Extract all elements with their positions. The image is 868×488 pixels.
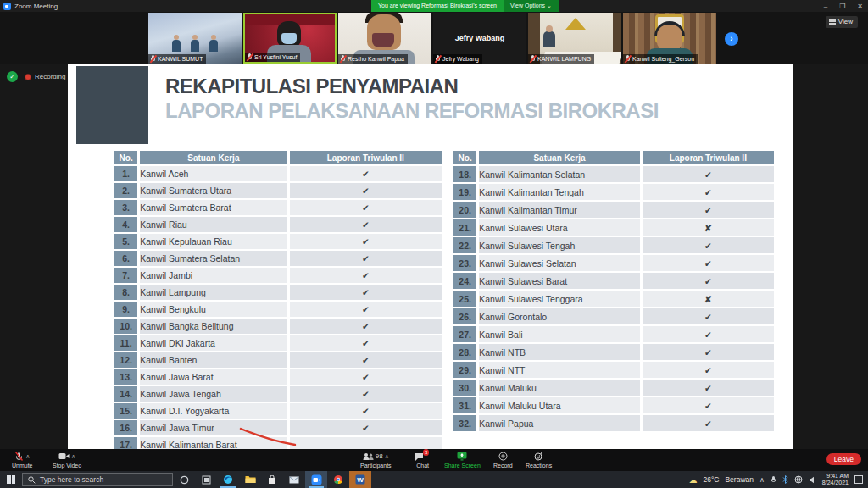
- check-icon: ✔: [290, 166, 442, 181]
- row-number: 11.: [114, 336, 137, 351]
- view-layout-button[interactable]: View: [826, 16, 858, 28]
- date: 8/24/2021: [822, 480, 849, 486]
- report-table-right: No. Satuan Kerja Laporan Triwulan II 18.…: [451, 149, 776, 433]
- screen-share-banner-text: You are viewing Reformasi Birokrasi's sc…: [371, 0, 504, 12]
- chat-button[interactable]: 3 Chat: [414, 451, 431, 469]
- participants-caret[interactable]: ∧: [385, 452, 389, 460]
- satuan-kerja-name: Kanwil Sulawesi Utara: [479, 219, 640, 236]
- start-button[interactable]: [0, 471, 22, 488]
- word-icon[interactable]: W: [349, 471, 371, 488]
- check-icon: ✔: [643, 255, 774, 271]
- task-view-icon[interactable]: [195, 471, 217, 488]
- muted-mic-icon: [340, 55, 346, 63]
- table-row: 2.Kanwil Sumatera Utara✔: [114, 183, 442, 198]
- check-icon: ✔: [643, 237, 774, 253]
- table-row: 8.Kanwil Lampung✔: [114, 285, 442, 300]
- cortana-icon[interactable]: [173, 471, 195, 488]
- slide-accent-block: [76, 66, 148, 144]
- row-number: 12.: [114, 352, 137, 368]
- minimize-button[interactable]: –: [824, 3, 827, 10]
- microsoft-store-icon[interactable]: [261, 471, 283, 488]
- edge-browser-icon[interactable]: [217, 471, 239, 488]
- satuan-kerja-name: Kanwil Sulawesi Barat: [479, 273, 640, 289]
- zoom-app-icon: [3, 3, 11, 10]
- satuan-kerja-name: Kanwil Gorontalo: [479, 308, 640, 324]
- satuan-kerja-name: Kanwil Sulawesi Tenggara: [479, 291, 640, 307]
- table-row: 32.Kanwil Papua✔: [453, 415, 774, 431]
- person-figure: [657, 25, 682, 50]
- participant-name: Sri Yusfini Yusuf: [254, 54, 297, 60]
- video-thumbnail-kanwil-lampung[interactable]: KANWIL LAMPUNG: [528, 13, 621, 64]
- table-row: 10.Kanwil Bangka Belitung✔: [114, 319, 442, 334]
- video-thumbnail-jefry-wabang[interactable]: Jefry Wabang Jefry Wabang: [433, 13, 526, 64]
- slide-title-line1: REKAPITULASI PENYAMPAIAN: [165, 75, 458, 98]
- video-thumbnail-kanwil-sulteng[interactable]: Kanwil Sulteng_Gerson: [623, 13, 716, 64]
- share-screen-button[interactable]: Share Screen: [444, 451, 481, 469]
- weather-condition: Berawan: [725, 475, 754, 484]
- table-row: 22.Kanwil Sulawesi Tengah✔: [453, 237, 774, 253]
- table-row: 14.Kanwil Jawa Tengah✔: [114, 386, 442, 402]
- video-thumbnail-restho-papua[interactable]: Restho Kanwil Papua: [338, 13, 431, 64]
- table-row: 11.Kanwil DKI Jakarta✔: [114, 336, 442, 351]
- satuan-kerja-name: Kanwil Jambi: [140, 268, 287, 283]
- network-icon[interactable]: [794, 475, 803, 484]
- file-explorer-icon[interactable]: [239, 471, 261, 488]
- hidden-icons-caret[interactable]: ∧: [760, 476, 765, 484]
- row-number: 17.: [114, 437, 137, 449]
- col-header-satuan-kerja: Satuan Kerja: [479, 151, 640, 164]
- stop-video-button[interactable]: ∧ Stop Video: [53, 451, 81, 469]
- usb-mic-icon[interactable]: [771, 475, 776, 484]
- view-options-button[interactable]: View Options ⌄: [504, 0, 559, 12]
- speaker-icon[interactable]: [809, 476, 816, 484]
- reactions-button[interactable]: Reactions: [526, 451, 552, 469]
- check-icon: ✔: [643, 326, 774, 342]
- leave-button[interactable]: Leave: [826, 453, 861, 465]
- check-icon: ✔: [290, 183, 442, 198]
- maximize-button[interactable]: ❐: [839, 3, 845, 10]
- red-pen-annotation: [220, 419, 331, 449]
- table-row: 18.Kanwil Kalimantan Selatan✔: [453, 166, 774, 182]
- report-table-left: No. Satuan Kerja Laporan Triwulan II 1.K…: [112, 149, 444, 449]
- unmute-button[interactable]: ∧ Unmute: [12, 451, 33, 469]
- row-number: 18.: [453, 166, 476, 182]
- muted-mic-icon: [150, 55, 156, 63]
- next-participants-button[interactable]: ›: [725, 32, 738, 46]
- taskbar-search-input[interactable]: Type here to search: [22, 473, 173, 486]
- video-thumbnail-sri-yusfini[interactable]: Sri Yusfini Yusuf: [243, 13, 337, 64]
- table-header-row: No. Satuan Kerja Laporan Triwulan II: [114, 151, 442, 164]
- satuan-kerja-name: Kanwil D.I. Yogyakarta: [140, 403, 287, 419]
- zoom-app-taskbar-icon[interactable]: [305, 471, 327, 488]
- satuan-kerja-name: Kanwil Sumatera Utara: [140, 183, 287, 198]
- taskbar-clock[interactable]: 9:41 AM 8/24/2021: [822, 473, 849, 486]
- person-figure: [191, 40, 199, 52]
- check-icon: ✔: [290, 319, 442, 334]
- video-thumbnail-kanwil-sumut[interactable]: KANWIL SUMUT: [148, 13, 242, 64]
- person-figure: [543, 31, 555, 47]
- svg-text:W: W: [357, 476, 364, 484]
- record-button[interactable]: Record: [493, 451, 513, 469]
- action-center-icon[interactable]: [854, 475, 863, 484]
- video-options-caret[interactable]: ∧: [71, 452, 75, 460]
- participants-button[interactable]: 98 ∧ Participants: [360, 451, 392, 469]
- grid-view-icon: [829, 19, 836, 25]
- row-number: 16.: [114, 420, 137, 435]
- mail-icon[interactable]: [283, 471, 305, 488]
- satuan-kerja-name: Kanwil Sumatera Selatan: [140, 251, 287, 266]
- check-icon: ✔: [290, 369, 442, 385]
- muted-mic-icon: [435, 55, 441, 63]
- col-header-laporan: Laporan Triwulan II: [290, 151, 442, 164]
- check-icon: ✔: [643, 273, 774, 289]
- table-row: 5.Kanwil Kepulauan Riau✔: [114, 234, 442, 249]
- table-row: 3.Kanwil Sumatera Barat✔: [114, 200, 442, 215]
- row-number: 5.: [114, 234, 137, 249]
- presentation-slide: REKAPITULASI PENYAMPAIAN LAPORAN PELAKSA…: [68, 64, 793, 449]
- bluetooth-icon[interactable]: [782, 475, 788, 484]
- check-icon: ✔: [643, 415, 774, 431]
- chat-badge: 3: [423, 449, 429, 456]
- satuan-kerja-name: Kanwil Maluku Utara: [479, 397, 640, 413]
- close-button[interactable]: ✕: [857, 3, 863, 10]
- row-number: 8.: [114, 285, 137, 300]
- chrome-icon[interactable]: [327, 471, 349, 488]
- participants-icon: [363, 452, 374, 461]
- mic-options-caret[interactable]: ∧: [25, 452, 30, 460]
